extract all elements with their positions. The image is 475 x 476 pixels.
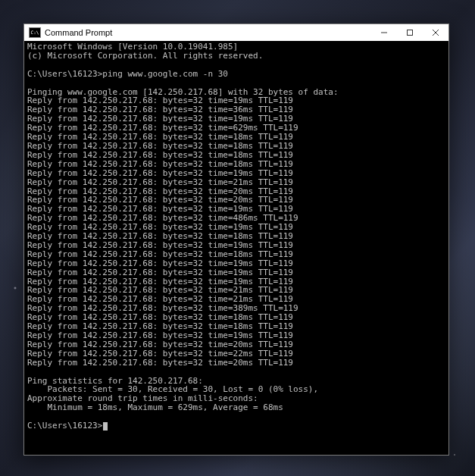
maximize-button[interactable] <box>397 24 423 41</box>
minimize-button[interactable] <box>371 24 397 41</box>
cmd-icon-label: C:\ <box>31 30 39 35</box>
command-prompt-window: C:\ Command Prompt Microsoft Windows [Ve… <box>23 23 449 456</box>
close-button[interactable] <box>423 24 448 41</box>
titlebar[interactable]: C:\ Command Prompt <box>24 24 448 41</box>
cursor <box>103 422 108 431</box>
close-icon <box>432 29 439 36</box>
terminal-output[interactable]: Microsoft Windows [Version 10.0.19041.98… <box>24 41 448 455</box>
prompt: C:\Users\16123> <box>27 421 102 431</box>
maximize-icon <box>406 29 414 36</box>
window-title: Command Prompt <box>45 28 371 37</box>
svg-rect-1 <box>408 30 413 36</box>
minimize-icon <box>380 29 388 36</box>
cmd-icon: C:\ <box>29 27 41 38</box>
